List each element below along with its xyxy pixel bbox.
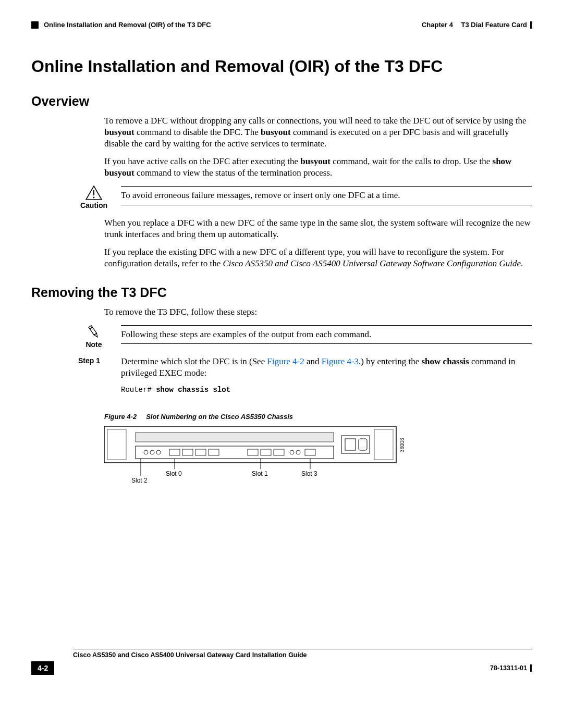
svg-rect-20 <box>209 449 219 455</box>
figure-caption: Figure 4-2Slot Numbering on the Cisco AS… <box>104 413 532 422</box>
overview-para-2: If you have active calls on the DFC afte… <box>104 156 532 179</box>
section-overview-heading: Overview <box>31 93 532 110</box>
svg-point-16 <box>156 450 161 454</box>
page-footer: Cisco AS5350 and Cisco AS5400 Universal … <box>31 649 532 675</box>
footer-guide-title: Cisco AS5350 and Cisco AS5400 Universal … <box>73 651 532 659</box>
overview-para-1: To remove a DFC without dropping any cal… <box>104 115 532 150</box>
caution-admonition: Caution To avoid erroneous failure messa… <box>78 185 532 209</box>
step-1: Step 1 Determine which slot the DFC is i… <box>78 356 532 400</box>
running-header: Online Installation and Removal (OIR) of… <box>31 21 532 30</box>
figure-id: 36006 <box>399 438 405 452</box>
link-figure-4-3[interactable]: Figure 4-3 <box>322 356 359 366</box>
footer-bar-icon <box>530 664 532 672</box>
svg-point-24 <box>290 450 294 454</box>
svg-point-15 <box>150 450 154 454</box>
note-text: Following these steps are examples of th… <box>121 329 532 340</box>
svg-rect-19 <box>195 449 206 455</box>
header-bar-icon <box>530 21 532 29</box>
step-label: Step 1 <box>78 356 109 365</box>
overview-para-3: When you replace a DFC with a new DFC of… <box>104 217 532 240</box>
caution-text: To avoid erroneous failure messages, rem… <box>121 190 532 201</box>
chapter-number: Chapter 4 <box>422 21 453 30</box>
svg-rect-22 <box>261 449 271 455</box>
breadcrumb: Online Installation and Removal (OIR) of… <box>44 21 211 30</box>
removing-intro: To remove the T3 DFC, follow these steps… <box>104 306 532 318</box>
caution-icon <box>85 185 103 201</box>
note-label: Note <box>78 341 109 349</box>
svg-point-14 <box>144 450 148 454</box>
svg-rect-21 <box>248 449 258 455</box>
svg-rect-6 <box>104 426 396 463</box>
svg-point-2 <box>93 197 95 199</box>
link-figure-4-2[interactable]: Figure 4-2 <box>267 356 304 366</box>
header-marker-icon <box>31 21 39 29</box>
svg-rect-18 <box>182 449 193 455</box>
svg-marker-5 <box>94 333 99 338</box>
code-block: Router# show chassis slot <box>121 385 532 394</box>
slot-label-1: Slot 1 <box>252 470 268 477</box>
svg-rect-23 <box>274 449 284 455</box>
note-admonition: Note Following these steps are examples … <box>78 324 532 349</box>
step-1-text: Determine which slot the DFC is in (See … <box>121 356 532 379</box>
svg-point-25 <box>296 450 300 454</box>
section-removing-heading: Removing the T3 DFC <box>31 284 532 301</box>
page-number-badge: 4-2 <box>31 661 54 675</box>
chapter-title: T3 Dial Feature Card <box>461 21 527 30</box>
slot-label-2: Slot 2 <box>131 477 148 484</box>
page-title: Online Installation and Removal (OIR) of… <box>31 56 532 78</box>
slot-label-0: Slot 0 <box>166 470 182 477</box>
caution-label: Caution <box>78 202 109 209</box>
svg-rect-26 <box>305 449 315 455</box>
svg-rect-17 <box>169 449 180 455</box>
doc-number: 78-13311-01 <box>490 664 527 672</box>
overview-para-4: If you replace the existing DFC with a n… <box>104 246 532 269</box>
chassis-figure: Slot 2 Slot 0 Slot 1 Slot 3 36006 <box>104 426 532 492</box>
slot-label-3: Slot 3 <box>301 470 317 477</box>
svg-rect-12 <box>136 433 334 442</box>
note-icon <box>86 324 102 340</box>
